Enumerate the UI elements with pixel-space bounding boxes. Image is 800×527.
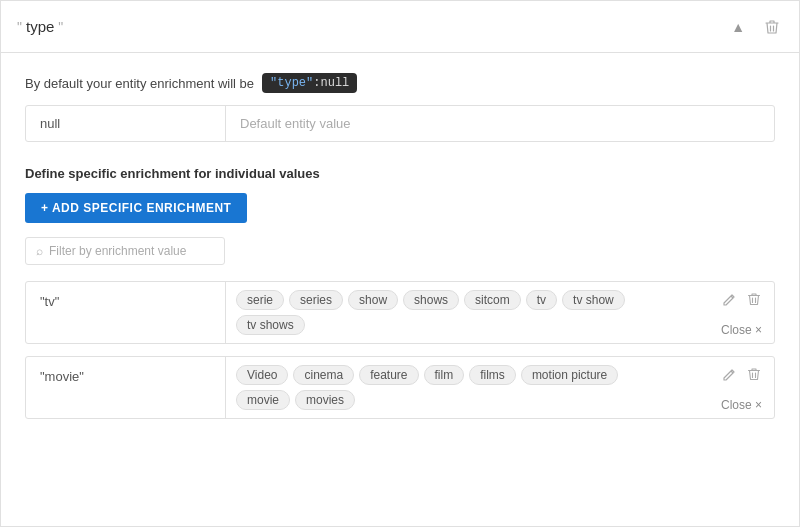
trash-icon-tv (748, 292, 760, 306)
enrichment-main-tv: "tv" serie series show shows sitcom tv t… (26, 282, 674, 343)
tag-serie: serie (236, 290, 284, 310)
enrichment-right-tv: Close × (674, 282, 774, 343)
tv-delete-button[interactable] (746, 290, 762, 311)
enrichment-tags-movie: Video cinema feature film films motion p… (226, 357, 674, 418)
default-section: By default your entity enrichment will b… (25, 73, 775, 142)
default-row: null Default entity value (25, 105, 775, 142)
tag-video: Video (236, 365, 288, 385)
tag-movie: movie (236, 390, 290, 410)
search-icon: ⌕ (36, 244, 43, 258)
tag-show: show (348, 290, 398, 310)
default-label-text: By default your entity enrichment will b… (25, 76, 254, 91)
filter-wrap: ⌕ (25, 237, 225, 265)
trash-icon-movie (748, 367, 760, 381)
default-value-cell: null (26, 106, 226, 141)
tag-sitcom: sitcom (464, 290, 521, 310)
pencil-icon (723, 293, 736, 306)
tag-tv: tv (526, 290, 557, 310)
enrichment-row-movie: "movie" Video cinema feature film films … (25, 356, 775, 419)
enrichment-key-movie: "movie" (26, 357, 226, 418)
default-desc-cell: Default entity value (226, 106, 774, 141)
movie-action-icons (721, 365, 762, 386)
content: By default your entity enrichment will b… (1, 53, 799, 463)
specific-section: Define specific enrichment for individua… (25, 166, 775, 419)
tag-tv-shows: tv shows (236, 315, 305, 335)
movie-key-label: "movie" (40, 369, 84, 384)
pencil-icon-movie (723, 368, 736, 381)
close-quote: " (58, 19, 63, 35)
tag-tv-show: tv show (562, 290, 625, 310)
header-actions: ▲ (727, 15, 783, 39)
tag-series: series (289, 290, 343, 310)
tag-film: film (424, 365, 465, 385)
trash-icon (765, 19, 779, 35)
tag-motion-picture: motion picture (521, 365, 618, 385)
movie-delete-button[interactable] (746, 365, 762, 386)
enrichment-right-movie: Close × (674, 357, 774, 418)
collapse-button[interactable]: ▲ (727, 15, 749, 39)
header-left: " type " (17, 18, 63, 35)
default-placeholder-text: Default entity value (240, 116, 351, 131)
tag-feature: feature (359, 365, 418, 385)
default-label: By default your entity enrichment will b… (25, 73, 775, 93)
enrichment-main-movie: "movie" Video cinema feature film films … (26, 357, 674, 418)
tv-edit-button[interactable] (721, 291, 738, 311)
up-arrow-icon: ▲ (731, 19, 745, 35)
main-container: " type " ▲ By default your entity enrich… (0, 0, 800, 527)
open-quote: " (17, 19, 22, 35)
code-badge: "type":null (262, 73, 357, 93)
enrichment-row-tv: "tv" serie series show shows sitcom tv t… (25, 281, 775, 344)
tag-films: films (469, 365, 516, 385)
enrichment-key-tv: "tv" (26, 282, 226, 343)
specific-section-title: Define specific enrichment for individua… (25, 166, 775, 181)
tv-close-button[interactable]: Close × (721, 323, 762, 337)
delete-header-button[interactable] (761, 15, 783, 39)
add-specific-enrichment-button[interactable]: + ADD SPECIFIC ENRICHMENT (25, 193, 247, 223)
tv-action-icons (721, 290, 762, 311)
tag-shows: shows (403, 290, 459, 310)
enrichment-tags-tv: serie series show shows sitcom tv tv sho… (226, 282, 674, 343)
tag-movies: movies (295, 390, 355, 410)
default-value: null (40, 116, 60, 131)
header: " type " ▲ (1, 1, 799, 53)
movie-close-button[interactable]: Close × (721, 398, 762, 412)
movie-edit-button[interactable] (721, 366, 738, 386)
header-title: type (26, 18, 54, 35)
filter-input[interactable] (49, 244, 199, 258)
tv-key-label: "tv" (40, 294, 59, 309)
tag-cinema: cinema (293, 365, 354, 385)
